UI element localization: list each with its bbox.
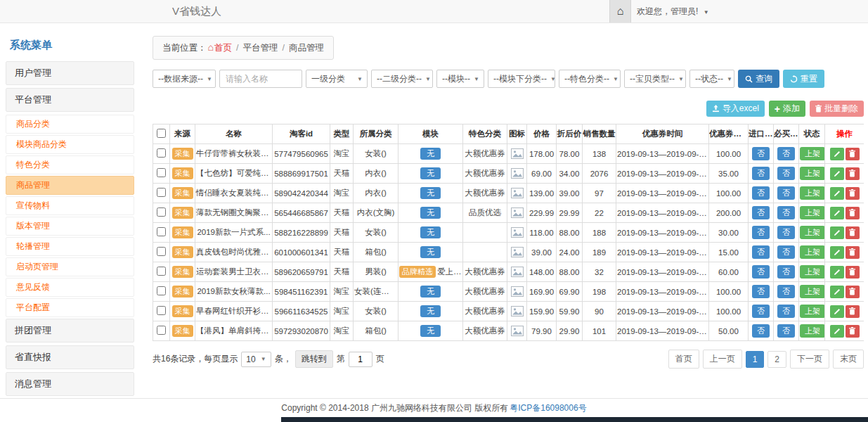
feature-category-select[interactable]: --特色分类--▼ (559, 70, 621, 88)
sidebar-item[interactable]: 商品管理 (6, 176, 134, 195)
page-button-首页[interactable]: 首页 (668, 350, 699, 369)
module-badge[interactable]: 无 (420, 305, 441, 317)
edit-button[interactable] (830, 286, 844, 298)
module-badge[interactable]: 无 (420, 207, 441, 219)
module-badge[interactable]: 无 (420, 325, 441, 337)
select-all-checkbox[interactable] (157, 129, 166, 138)
module-badge[interactable]: 无 (420, 187, 441, 199)
row-checkbox[interactable] (157, 286, 166, 295)
sidebar-item[interactable]: 平台管理 (6, 88, 134, 112)
page-button-上一页[interactable]: 上一页 (703, 350, 742, 369)
level1-category-select[interactable]: 一级分类▼ (306, 70, 368, 88)
row-checkbox[interactable] (157, 267, 166, 276)
module-badge[interactable]: 无 (420, 246, 441, 258)
import-option-toggle[interactable]: 否 (752, 167, 770, 180)
batch-delete-button[interactable]: 批量删除 (810, 101, 864, 117)
row-checkbox[interactable] (157, 247, 166, 256)
import-option-toggle[interactable]: 否 (752, 147, 770, 160)
module-badge[interactable]: 无 (420, 226, 441, 238)
edit-button[interactable] (830, 207, 844, 219)
user-menu[interactable]: 欢迎您，管理员! ▼ (637, 0, 709, 24)
must-buy-toggle[interactable]: 否 (777, 285, 795, 298)
import-option-toggle[interactable]: 否 (752, 265, 770, 279)
delete-button[interactable] (846, 226, 860, 239)
module-badge[interactable]: 品牌精选 (399, 266, 436, 278)
status-button[interactable]: 上架 (800, 167, 825, 180)
jump-page-input[interactable] (349, 352, 373, 367)
edit-button[interactable] (830, 325, 844, 338)
row-checkbox[interactable] (157, 188, 166, 197)
sidebar-item[interactable]: 版本管理 (6, 217, 134, 236)
status-button[interactable]: 上架 (800, 147, 825, 160)
sidebar-item[interactable]: 商品分类 (6, 115, 134, 134)
status-button[interactable]: 上架 (800, 265, 825, 279)
per-page-select[interactable]: 10▼ (241, 352, 271, 367)
sidebar-item[interactable]: 平台配置 (6, 298, 134, 317)
row-checkbox[interactable] (157, 227, 166, 236)
sidebar-item[interactable]: 模块商品分类 (6, 135, 134, 154)
row-checkbox[interactable] (157, 168, 166, 177)
delete-button[interactable] (846, 266, 860, 279)
delete-button[interactable] (846, 246, 860, 259)
name-search-input[interactable] (219, 70, 302, 88)
delete-button[interactable] (846, 187, 860, 200)
status-button[interactable]: 上架 (800, 226, 825, 239)
sidebar-item[interactable]: 用户管理 (6, 61, 134, 85)
add-button[interactable]: + 添加 (769, 101, 805, 117)
module-badge[interactable]: 无 (420, 286, 441, 298)
must-buy-toggle[interactable]: 否 (777, 167, 795, 180)
item-type-select[interactable]: --宝贝类型--▼ (624, 70, 686, 88)
import-option-toggle[interactable]: 否 (752, 226, 770, 239)
must-buy-toggle[interactable]: 否 (777, 305, 795, 318)
sidebar-item[interactable]: 省直快报 (6, 345, 134, 369)
delete-button[interactable] (846, 325, 860, 338)
sidebar-item[interactable]: 启动页管理 (6, 257, 134, 276)
row-checkbox[interactable] (157, 207, 166, 217)
import-option-toggle[interactable]: 否 (752, 206, 770, 219)
module-select[interactable]: --模块--▼ (436, 70, 484, 88)
edit-button[interactable] (830, 266, 844, 279)
delete-button[interactable] (846, 305, 860, 318)
sidebar-item[interactable]: 拼团管理 (6, 319, 134, 343)
must-buy-toggle[interactable]: 否 (777, 245, 795, 259)
row-checkbox[interactable] (157, 306, 166, 315)
delete-button[interactable] (846, 207, 860, 219)
page-button-末页[interactable]: 末页 (833, 350, 864, 369)
search-button[interactable]: 查询 (738, 70, 779, 88)
module-badge[interactable]: 无 (420, 167, 441, 179)
import-excel-button[interactable]: 导入excel (706, 101, 765, 117)
import-option-toggle[interactable]: 否 (752, 245, 770, 259)
import-option-toggle[interactable]: 否 (752, 324, 770, 338)
must-buy-toggle[interactable]: 否 (777, 226, 795, 239)
must-buy-toggle[interactable]: 否 (777, 206, 795, 219)
breadcrumb-home-link[interactable]: 首页 (214, 43, 232, 53)
reset-button[interactable]: 重置 (783, 70, 824, 88)
status-button[interactable]: 上架 (800, 305, 825, 318)
breadcrumb-current[interactable]: 商品管理 (289, 43, 324, 53)
import-option-toggle[interactable]: 否 (752, 305, 770, 318)
edit-button[interactable] (830, 187, 844, 200)
must-buy-toggle[interactable]: 否 (777, 147, 795, 160)
row-checkbox[interactable] (157, 326, 166, 335)
delete-button[interactable] (846, 148, 860, 160)
status-button[interactable]: 上架 (800, 285, 825, 298)
row-checkbox[interactable] (157, 148, 166, 158)
sidebar-item[interactable]: 轮播管理 (6, 237, 134, 256)
sidebar-item[interactable]: 意见反馈 (6, 278, 134, 297)
must-buy-toggle[interactable]: 否 (777, 186, 795, 200)
must-buy-toggle[interactable]: 否 (777, 265, 795, 279)
sidebar-item[interactable]: 宣传物料 (6, 196, 134, 215)
edit-button[interactable] (830, 305, 844, 318)
must-buy-toggle[interactable]: 否 (777, 324, 795, 338)
delete-button[interactable] (846, 167, 860, 180)
level2-category-select[interactable]: --二级分类--▼ (371, 70, 433, 88)
jump-button[interactable]: 跳转到 (295, 350, 333, 368)
breadcrumb-platform-link[interactable]: 平台管理 (242, 43, 278, 53)
module-subcategory-select[interactable]: --模块下分类--▼ (488, 70, 555, 88)
sidebar-item[interactable]: 消息管理 (6, 372, 134, 396)
edit-button[interactable] (830, 226, 844, 239)
edit-button[interactable] (830, 246, 844, 259)
sidebar-item[interactable]: 特色分类 (6, 155, 134, 174)
page-button-下一页[interactable]: 下一页 (790, 350, 829, 369)
import-option-toggle[interactable]: 否 (752, 186, 770, 200)
